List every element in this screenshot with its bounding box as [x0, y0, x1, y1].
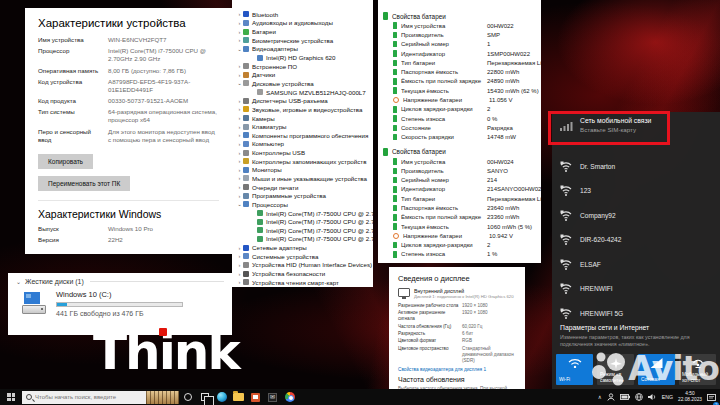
expander-arrow-icon[interactable]: › — [236, 150, 243, 156]
device-tree-item[interactable]: › Устройства чтения смарт-карт — [232, 278, 373, 287]
expander-arrow-icon[interactable]: › — [236, 11, 243, 17]
search-input[interactable] — [35, 394, 143, 400]
expander-arrow-icon[interactable]: › — [236, 98, 243, 104]
mail-button[interactable]: ✉ — [264, 389, 281, 405]
chrome-button[interactable] — [281, 389, 298, 405]
expander-arrow-icon[interactable]: › — [236, 271, 243, 277]
expander-arrow-icon[interactable]: ⌄ — [236, 201, 243, 207]
device-tree-item[interactable]: › Встроенное ПО — [232, 62, 373, 71]
device-tree-item[interactable]: › Компьютер — [232, 140, 373, 149]
device-tree-item[interactable]: › Мыши и иные указывающие устройства — [232, 174, 373, 183]
expander-arrow-icon[interactable]: › — [236, 29, 243, 35]
expander-arrow-icon[interactable]: ⌄ — [236, 80, 243, 86]
adapter-properties-link[interactable]: Свойства видеоадаптера для дисплея 1 — [398, 367, 516, 372]
device-tree-item[interactable]: › Звуковые, игровые и видеоустройства — [232, 105, 373, 114]
wifi-network-item[interactable]: ELSAF — [552, 252, 720, 277]
start-button[interactable] — [0, 389, 22, 405]
tray-expand-chevron-icon[interactable]: ∧ — [598, 394, 602, 400]
expander-arrow-icon[interactable]: › — [236, 158, 243, 164]
wifi-network-item[interactable]: HRENWIFI 5G — [552, 301, 720, 326]
airplane-mode-tile[interactable]: Режим «в самолете» — [597, 354, 634, 385]
expander-arrow-icon[interactable]: › — [236, 124, 243, 130]
device-tree-item[interactable]: › Bluetooth — [232, 10, 373, 19]
action-center-button[interactable]: 2 — [707, 388, 716, 405]
device-tree-item[interactable]: SAMSUNG MZVLB512HAJQ-000L7 — [232, 88, 373, 97]
taskbar-clock[interactable]: 4:50 22.08.2023 — [678, 391, 702, 403]
expander-arrow-icon[interactable]: › — [236, 167, 243, 173]
wifi-tile[interactable]: Wi-Fi — [556, 354, 593, 385]
device-tree-item[interactable]: › Камеры — [232, 114, 373, 123]
taskbar-search[interactable] — [22, 391, 179, 404]
battery-tray-icon[interactable] — [620, 394, 630, 400]
chevron-down-icon[interactable]: ⌄ — [16, 278, 21, 285]
device-tree-item[interactable]: › Контроллеры запоминающих устройств — [232, 157, 373, 166]
expander-arrow-icon[interactable]: › — [236, 175, 243, 181]
language-indicator[interactable]: ENG — [662, 394, 673, 400]
wifi-network-item[interactable]: DIR-620-4242 — [552, 228, 720, 253]
wifi-network-item[interactable]: HRENWIFI — [552, 277, 720, 302]
device-tree-item[interactable]: › Аудиовходы и аудиовыходы — [232, 19, 373, 28]
cortana-button[interactable] — [179, 389, 196, 405]
copy-button[interactable]: Копировать — [38, 154, 93, 169]
network-settings-link[interactable]: Параметры сети и Интернет — [560, 324, 649, 331]
device-tree-item[interactable]: ⌄ Процессоры — [232, 200, 373, 209]
volume-icon[interactable] — [648, 393, 657, 401]
device-tree-item[interactable]: › Устройства HID (Human Interface Device… — [232, 261, 373, 270]
disks-group-header[interactable]: ⌄ Жесткие диски (1) — [16, 278, 224, 285]
expander-arrow-icon[interactable]: › — [236, 253, 243, 259]
expander-arrow-icon[interactable]: › — [236, 184, 243, 190]
search-daily-image[interactable] — [146, 391, 179, 404]
device-tree-item[interactable]: › Мониторы — [232, 166, 373, 175]
edge-button[interactable] — [213, 389, 230, 405]
expander-arrow-icon[interactable]: › — [236, 279, 243, 285]
file-explorer-button[interactable] — [230, 389, 247, 405]
device-tree-item[interactable]: Intel(R) Core(TM) i7-7500U CPU @ 2.70GHz — [232, 217, 373, 226]
device-tree-item[interactable]: ⌄ Дисковые устройства — [232, 79, 373, 88]
expander-arrow-icon[interactable]: › — [236, 63, 243, 69]
expander-arrow-icon[interactable]: ⌄ — [236, 46, 243, 52]
device-tree-item[interactable]: › Программные устройства — [232, 191, 373, 200]
device-tree-item[interactable]: › Датчики — [232, 70, 373, 79]
device-tree-item[interactable]: ⌄ Видеоадаптеры — [232, 45, 373, 54]
device-tree-item[interactable]: › Контроллеры USB — [232, 148, 373, 157]
wifi-network-item[interactable]: 123 — [552, 179, 720, 204]
expander-arrow-icon[interactable]: › — [236, 37, 243, 43]
expander-arrow-icon[interactable]: › — [236, 20, 243, 26]
device-tree-item[interactable]: Intel(R) Core(TM) i7-7500U CPU @ 2.70GHz — [232, 209, 373, 218]
expander-arrow-icon[interactable]: › — [236, 72, 243, 78]
people-tray-icon[interactable] — [607, 393, 615, 401]
expander-arrow-icon[interactable]: › — [236, 193, 243, 199]
rename-pc-button[interactable]: Переименовать этот ПК — [38, 176, 130, 191]
expander-arrow-icon[interactable]: › — [236, 141, 243, 147]
device-tree-item[interactable]: › Диспетчеры USB-разъема — [232, 96, 373, 105]
device-tree-item[interactable]: Intel(R) Core(TM) i7-7500U CPU @ 2.70GHz — [232, 235, 373, 244]
device-tree-item[interactable]: › Очереди печати — [232, 183, 373, 192]
wifi-secured-icon — [560, 234, 572, 245]
device-tree-item[interactable]: › Системные устройства — [232, 252, 373, 261]
device-tree-item[interactable]: › Сетевые адаптеры — [232, 243, 373, 252]
drive-name[interactable]: Windows 10 (C:) — [56, 290, 224, 299]
device-tree-item[interactable]: Intel(R) HD Graphics 620 — [232, 53, 373, 62]
wifi-network-item[interactable]: Dr. Smarton — [552, 154, 720, 179]
network-globe-icon[interactable] — [635, 393, 643, 401]
battery-row: Идентификатор 214SANYO00HW024 — [383, 185, 539, 194]
device-tree-item[interactable]: › Устройства безопасности — [232, 269, 373, 278]
battery-row: Серийный номер 1 — [383, 40, 539, 49]
task-view-button[interactable] — [196, 389, 213, 405]
device-label: Устройства HID (Human Interface Devices) — [252, 261, 372, 268]
device-tree-item[interactable]: › Клавиатуры — [232, 122, 373, 131]
expander-arrow-icon[interactable]: › — [236, 132, 243, 138]
mobile-hotspot-tile[interactable]: Мобильный хот-спот — [679, 354, 716, 385]
expander-arrow-icon[interactable]: › — [236, 115, 243, 121]
device-tree-item[interactable]: Intel(R) Core(TM) i7-7500U CPU @ 2.70GHz — [232, 226, 373, 235]
expander-arrow-icon[interactable]: › — [236, 245, 243, 251]
device-tree-item[interactable]: › Батареи — [232, 27, 373, 36]
desktop: Think Характеристики устройства Имя устр… — [0, 0, 720, 405]
wifi-network-item[interactable]: Company92 — [552, 203, 720, 228]
device-tree-item[interactable]: › Биометрические устройства — [232, 36, 373, 45]
expander-arrow-icon[interactable]: › — [236, 106, 243, 112]
expander-arrow-icon[interactable]: › — [236, 262, 243, 268]
store-button[interactable] — [247, 389, 264, 405]
device-tree-item[interactable]: › Компоненты программного обеспечения — [232, 131, 373, 140]
cellular-tile[interactable]: Сотовая — [638, 354, 675, 385]
